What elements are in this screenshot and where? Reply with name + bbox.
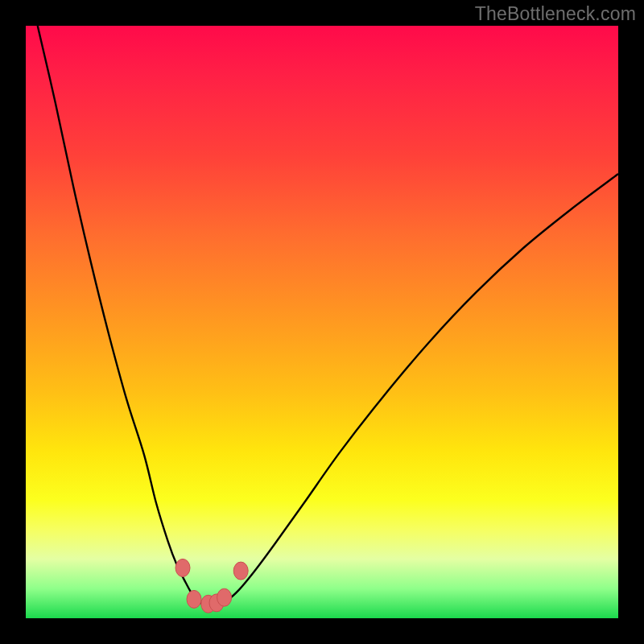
curve-layer (26, 26, 618, 618)
curve-marker (187, 590, 201, 608)
watermark-text: TheBottleneck.com (475, 3, 636, 25)
curve-marker (233, 562, 248, 580)
bottleneck-curve (38, 26, 618, 606)
chart-frame: TheBottleneck.com (0, 0, 644, 644)
curve-marker (175, 559, 190, 576)
curve-marker (217, 588, 232, 606)
plot-area (26, 26, 618, 618)
